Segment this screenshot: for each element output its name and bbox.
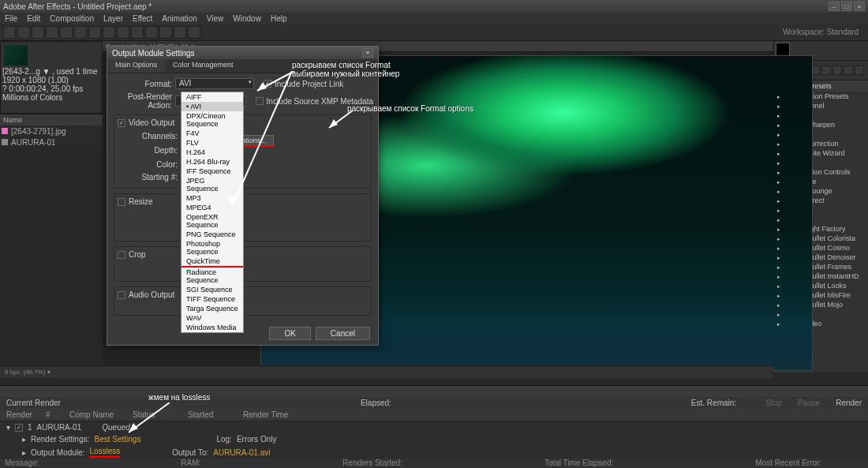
cancel-button[interactable]: Cancel — [316, 327, 370, 340]
zoom-dropdown[interactable]: (46,7%) ▾ — [24, 369, 51, 376]
dialog-titlebar[interactable]: Output Module Settings × — [107, 47, 378, 59]
ram-preview-icon[interactable] — [855, 66, 864, 75]
toolbar: Workspace: Standard — [0, 24, 868, 41]
project-item-info: [2643-2...g ▼ , used 1 time 1920 x 1080 … — [2, 67, 98, 102]
text-tool-icon[interactable] — [117, 26, 129, 39]
menu-window[interactable]: Window — [233, 14, 261, 23]
stamp-tool-icon[interactable] — [145, 26, 158, 39]
format-option[interactable]: SGI Sequence — [181, 285, 243, 294]
status-bar: Message: RAM: Renders Started: Total Tim… — [0, 459, 868, 468]
format-option[interactable]: QuickTime — [181, 256, 243, 268]
disclosure-icon[interactable]: ▸ — [22, 435, 26, 444]
minimize-icon[interactable]: – — [829, 2, 840, 11]
svg-marker-3 — [257, 82, 267, 91]
menu-view[interactable]: View — [207, 14, 224, 23]
bpc-button[interactable]: 8 bpc — [5, 369, 21, 376]
hand-tool-icon[interactable] — [17, 26, 30, 39]
menu-effect[interactable]: Effect — [133, 14, 152, 23]
project-thumbnail — [4, 45, 28, 66]
svg-marker-7 — [129, 423, 138, 432]
project-list: Name [2643-2791].jpg AURURA-01 — [0, 114, 103, 148]
project-row[interactable]: [2643-2791].jpg — [0, 125, 103, 137]
ok-button[interactable]: OK — [269, 327, 310, 340]
window-titlebar: Adobe After Effects - Untitled Project.a… — [0, 0, 868, 13]
format-option[interactable]: Radiance Sequence — [181, 268, 243, 285]
menu-file[interactable]: File — [5, 14, 17, 23]
label-swatch — [2, 139, 8, 145]
menu-composition[interactable]: Composition — [50, 14, 94, 23]
close-icon[interactable]: × — [854, 2, 865, 11]
video-output-checkbox[interactable]: ✓ — [118, 119, 125, 127]
log-dropdown[interactable]: Errors Only — [237, 435, 277, 444]
arrow-icon — [325, 110, 357, 134]
audio-output-checkbox[interactable] — [118, 291, 125, 299]
last-frame-icon[interactable] — [821, 66, 831, 75]
svg-marker-1 — [227, 196, 238, 205]
camera-tool-icon[interactable] — [60, 26, 73, 39]
svg-marker-5 — [329, 119, 338, 128]
app-title: Adobe After Effects - Untitled Project.a… — [3, 2, 152, 11]
pan-behind-tool-icon[interactable] — [74, 26, 87, 39]
format-label: Format: — [112, 80, 175, 88]
selection-tool-icon[interactable] — [3, 26, 16, 39]
annotation-lossless: жмем на lossless — [148, 393, 210, 402]
menu-layer[interactable]: Layer — [103, 14, 123, 23]
shape-tool-icon[interactable] — [88, 26, 101, 39]
render-checkbox[interactable]: ✓ — [15, 424, 23, 432]
dialog-close-icon[interactable]: × — [362, 48, 373, 58]
label-swatch — [2, 128, 8, 134]
menu-bar: File Edit Composition Layer Effect Anima… — [0, 13, 868, 24]
workspace-label[interactable]: Workspace: Standard — [783, 28, 865, 36]
zoom-tool-icon[interactable] — [32, 26, 44, 39]
project-row-name: AURURA-01 — [11, 138, 56, 147]
format-option[interactable]: TIFF Sequence — [181, 294, 243, 304]
arrow-icon — [251, 71, 298, 99]
menu-animation[interactable]: Animation — [162, 14, 196, 23]
format-option[interactable]: PNG Sequence — [181, 230, 243, 239]
project-col-name[interactable]: Name — [0, 114, 103, 125]
format-option[interactable]: WAV — [181, 313, 243, 323]
menu-help[interactable]: Help — [271, 14, 287, 23]
output-module-link[interactable]: Lossless — [89, 447, 120, 458]
pause-button[interactable]: Pause — [798, 399, 820, 407]
maximize-icon[interactable]: □ — [841, 2, 852, 11]
arrow-icon — [122, 402, 178, 438]
viewer-control-strip: 8 bpc (46,7%) ▾ — [0, 365, 773, 378]
disclosure-icon[interactable]: ▾ — [6, 423, 10, 432]
disclosure-icon[interactable]: ▸ — [22, 448, 26, 457]
post-render-label: Post-Render Action: — [112, 92, 175, 110]
project-panel: [2643-2...g ▼ , used 1 time 1920 x 1080 … — [0, 41, 103, 114]
annotation-format: раскрываем список Format выбираем нужный… — [292, 61, 399, 78]
project-row-name: [2643-2791].jpg — [11, 127, 66, 136]
brush-tool-icon[interactable] — [131, 26, 144, 39]
crop-checkbox[interactable] — [118, 251, 125, 259]
format-option[interactable]: Targa Sequence — [181, 304, 243, 313]
render-button[interactable]: Render — [836, 399, 862, 407]
annotation-format-options: раскрываем список Format options — [347, 104, 473, 113]
menu-edit[interactable]: Edit — [27, 14, 40, 23]
format-option[interactable]: Windows Media — [181, 323, 243, 332]
tab-main-options[interactable]: Main Options — [107, 59, 165, 73]
puppet-tool-icon[interactable] — [188, 26, 200, 39]
roto-tool-icon[interactable] — [174, 26, 186, 39]
resize-checkbox[interactable] — [118, 198, 125, 206]
rotation-tool-icon[interactable] — [46, 26, 58, 39]
output-to-link[interactable]: AURURA-01.avi — [213, 448, 270, 457]
eraser-tool-icon[interactable] — [159, 26, 172, 39]
loop-icon[interactable] — [844, 66, 853, 75]
current-render-label: Current Render — [6, 399, 61, 407]
pen-tool-icon[interactable] — [103, 26, 115, 39]
mute-icon[interactable] — [832, 66, 842, 75]
stop-button[interactable]: Stop — [765, 399, 782, 407]
format-option[interactable]: Photoshop Sequence — [181, 239, 243, 256]
project-row[interactable]: AURURA-01 — [0, 137, 103, 148]
